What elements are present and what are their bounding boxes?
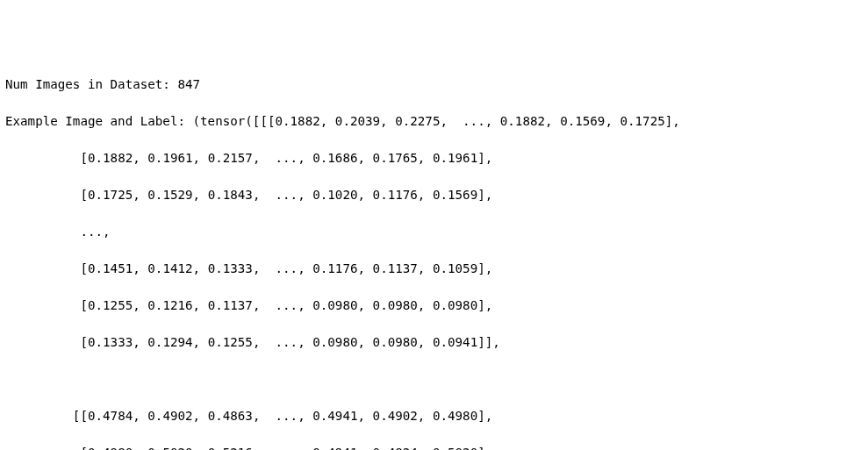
v: 0.0980 [312,335,357,349]
v: 0.0980 [312,298,357,312]
v: 0.2157 [208,151,253,165]
v: 0.4824 [373,446,418,450]
v: 0.4941 [312,409,357,423]
tensor-row: [0.4980, 0.5020, 0.5216, ..., 0.4941, 0.… [5,444,863,450]
v: 0.4941 [312,446,357,450]
v: 0.1020 [312,188,357,202]
v: 0.0980 [373,298,418,312]
v: 0.1137 [373,261,418,275]
tensor-row: [0.1333, 0.1294, 0.1255, ..., 0.0980, 0.… [5,333,863,352]
v: 0.1725 [88,188,133,202]
v: 0.0941 [433,335,477,349]
v: 0.1059 [433,261,477,275]
v: 0.1255 [88,298,133,312]
tensor-row: [0.1882, 0.1961, 0.2157, ..., 0.1686, 0.… [5,149,863,168]
tensor-row: [0.1725, 0.1529, 0.1843, ..., 0.1020, 0.… [5,186,863,204]
v: 0.5216 [208,446,253,450]
example-line-0: Example Image and Label: (tensor([[[0.18… [5,112,863,131]
tensor-ellipsis: ..., [5,223,863,241]
v: 0.1569 [560,114,605,128]
num-images-value: 847 [177,77,200,91]
v: 0.0980 [373,335,418,349]
v: 0.1451 [88,261,133,275]
v: 0.4902 [373,409,418,423]
example-label: Example Image and Label: [5,114,185,128]
tensor-row: [[0.4784, 0.4902, 0.4863, ..., 0.4941, 0… [5,407,863,425]
v: 0.1333 [88,335,133,349]
tensor-row: [0.1451, 0.1412, 0.1333, ..., 0.1176, 0.… [5,260,863,278]
v: 0.2039 [335,114,380,128]
v: 0.2275 [395,114,440,128]
v: 0.1176 [373,188,418,202]
v: 0.1882 [276,114,320,128]
v: 0.1569 [433,188,477,202]
v: 0.1686 [312,151,357,165]
v: 0.1725 [620,114,664,128]
v: 0.1961 [147,151,192,165]
v: 0.1843 [208,188,253,202]
v: 0.4980 [433,409,477,423]
v: 0.1216 [147,298,192,312]
v: 0.1882 [88,151,133,165]
v: 0.1882 [500,114,545,128]
blank-line [5,370,863,389]
v: 0.1412 [147,261,192,275]
v: 0.5020 [147,446,192,450]
v: 0.1765 [373,151,418,165]
tensor-row: [0.1255, 0.1216, 0.1137, ..., 0.0980, 0.… [5,296,863,315]
v: 0.0980 [433,298,477,312]
num-images-label: Num Images in Dataset: [5,77,170,91]
v: 0.1255 [208,335,253,349]
v: 0.5020 [433,446,477,450]
v: 0.1176 [312,261,357,275]
v: 0.1961 [433,151,477,165]
v: 0.4902 [147,409,192,423]
v: 0.4863 [208,409,253,423]
v: 0.4784 [88,409,133,423]
v: 0.1333 [208,261,253,275]
v: 0.4980 [88,446,133,450]
v: 0.1294 [147,335,192,349]
v: 0.1529 [147,188,192,202]
v: 0.1137 [208,298,253,312]
dataset-count-line: Num Images in Dataset: 847 [5,75,863,94]
